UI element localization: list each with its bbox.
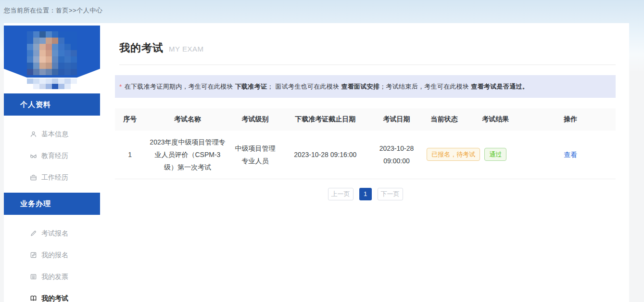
- sidebar-item-label: 教育经历: [41, 152, 68, 160]
- book-icon: [30, 295, 37, 302]
- pencil-icon: [30, 230, 37, 237]
- cell-status: 已报名，待考试: [423, 131, 465, 179]
- view-link[interactable]: 查看: [564, 151, 577, 158]
- breadcrumb-prefix: 您当前所在位置：: [4, 7, 56, 14]
- sidebar-item-label: 考试报名: [41, 229, 68, 238]
- briefcase-icon: [30, 174, 37, 181]
- breadcrumb-current: 个人中心: [76, 7, 102, 14]
- col-header-exam-name: 考试名称: [145, 108, 230, 131]
- col-header-exam-date: 考试日期: [370, 108, 423, 131]
- breadcrumb-home-link[interactable]: 首页: [56, 7, 69, 14]
- avatar: [4, 26, 100, 78]
- col-header-cert-deadline: 下载准考证截止日期: [280, 108, 370, 131]
- sidebar-item-label: 工作经历: [41, 173, 68, 182]
- result-badge: 通过: [484, 148, 506, 161]
- sidebar-section-business: 业务办理: [4, 193, 100, 215]
- cell-exam-date: 2023-10-28 09:00:00: [370, 131, 423, 179]
- cell-cert-deadline: 2023-10-28 09:16:00: [280, 131, 370, 179]
- col-header-exam-level: 考试级别: [230, 108, 280, 131]
- sidebar-item-basic-info[interactable]: 基本信息: [4, 123, 100, 145]
- sidebar-item-label: 我的考试: [41, 294, 68, 302]
- notice-text: 在下载准考证周期内，考生可在此模块 下载准考证； 面试考生也可在此模块 查看面试…: [125, 82, 529, 91]
- title-divider: [119, 65, 616, 65]
- edit-doc-icon: [30, 251, 37, 259]
- pagination: 上一页 1 下一页: [115, 188, 616, 200]
- cell-exam-level: 中级项目管理专业人员: [230, 131, 280, 179]
- prev-page-button[interactable]: 上一页: [328, 188, 354, 200]
- col-header-result: 考试结果: [466, 108, 526, 131]
- breadcrumb: 您当前所在位置：首页>>个人中心: [4, 6, 102, 15]
- sidebar-item-label: 我的报名: [41, 251, 68, 260]
- user-icon: [30, 131, 37, 138]
- next-page-button[interactable]: 下一页: [378, 188, 403, 200]
- cell-action: 查看: [526, 131, 616, 179]
- avatar-pixelated-photo: [27, 31, 77, 78]
- table-header-row: 序号 考试名称 考试级别 下载准考证截止日期 考试日期 当前状态 考试结果 操作: [115, 108, 616, 131]
- sidebar-item-my-signup[interactable]: 我的报名: [4, 244, 100, 266]
- sidebar: 个人资料 基本信息 教育经历 工作经历 业务办理 考试报名 我的报名 我的发票: [4, 23, 100, 302]
- page-subtitle: MY EXAM: [169, 45, 203, 53]
- sidebar-item-label: 我的发票: [41, 273, 68, 281]
- page-title: 我的考试: [119, 41, 164, 55]
- status-badge: 已报名，待考试: [427, 148, 480, 161]
- col-header-index: 序号: [115, 108, 145, 131]
- cell-exam-name: 2023年度中级项目管理专业人员评价（CSPM-3级）第一次考试: [145, 131, 230, 179]
- required-asterisk: *: [119, 83, 122, 91]
- sidebar-item-exam-signup[interactable]: 考试报名: [4, 223, 100, 244]
- notice-bar: * 在下载准考证周期内，考生可在此模块 下载准考证； 面试考生也可在此模块 查看…: [115, 75, 616, 98]
- sidebar-item-work[interactable]: 工作经历: [4, 167, 100, 188]
- cell-index: 1: [115, 131, 145, 179]
- invoice-icon: [30, 273, 37, 280]
- sidebar-item-education[interactable]: 教育经历: [4, 145, 100, 167]
- exam-table: 序号 考试名称 考试级别 下载准考证截止日期 考试日期 当前状态 考试结果 操作…: [115, 108, 616, 179]
- sidebar-section-profile: 个人资料: [4, 93, 100, 116]
- sidebar-item-my-exam[interactable]: 我的考试: [4, 288, 100, 302]
- breadcrumb-separator: >>: [69, 7, 76, 14]
- col-header-action: 操作: [526, 108, 616, 131]
- avatar-pixelated-name: [27, 79, 77, 89]
- sidebar-item-label: 基本信息: [41, 130, 68, 139]
- main-panel: 我的考试 MY EXAM * 在下载准考证周期内，考生可在此模块 下载准考证； …: [100, 23, 629, 302]
- sidebar-item-my-invoice[interactable]: 我的发票: [4, 266, 100, 288]
- glasses-icon: [30, 152, 37, 159]
- col-header-status: 当前状态: [423, 108, 465, 131]
- current-page-button[interactable]: 1: [359, 188, 372, 200]
- table-row: 1 2023年度中级项目管理专业人员评价（CSPM-3级）第一次考试 中级项目管…: [115, 131, 616, 179]
